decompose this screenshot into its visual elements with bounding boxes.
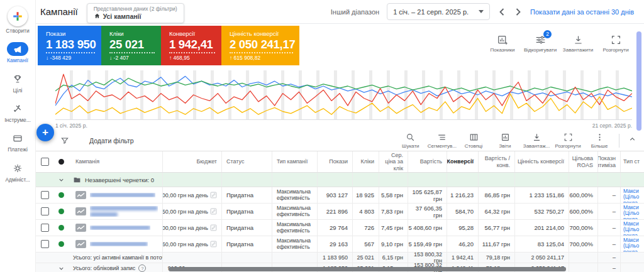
bid-strategy-link[interactable]: Макси (Цільо рекла bbox=[620, 204, 644, 219]
status-enabled-dot[interactable] bbox=[58, 225, 64, 231]
previous-period-button[interactable] bbox=[497, 7, 506, 17]
scorecard-impressions[interactable]: Покази 1 183 950 ↓ -348 429 bbox=[38, 26, 101, 65]
bid-strategy-link[interactable]: Макси (Цільо рекла bbox=[620, 187, 644, 203]
row-checkbox[interactable] bbox=[41, 240, 49, 248]
sidebar-item-tools[interactable]: Інструме... bbox=[0, 102, 35, 123]
download-button[interactable]: Завантажити bbox=[561, 35, 595, 53]
scorecard-delta: ↓ -348 429 bbox=[46, 55, 101, 61]
sidebar-item-billing[interactable]: Платежі bbox=[0, 131, 35, 153]
column-header-opt-score[interactable]: Показн оптиміза bbox=[597, 151, 620, 172]
tool-label: Стовпці bbox=[459, 143, 488, 149]
campaign-name-cell bbox=[68, 236, 162, 252]
sidebar-item-admin[interactable]: Адмініст... bbox=[0, 161, 35, 183]
toolbar-divider bbox=[619, 134, 619, 148]
horizontal-scrollbar-thumb[interactable] bbox=[169, 267, 566, 271]
row-checkbox[interactable] bbox=[41, 224, 49, 232]
row-checkbox-cell bbox=[35, 236, 54, 252]
collapse-table-button[interactable] bbox=[625, 133, 640, 143]
campaign-row: 260,00 грн на деньПридатнаМаксимальна еф… bbox=[35, 236, 644, 253]
cost-per-conv-value: 111,67 грн bbox=[478, 236, 514, 252]
column-header-cost[interactable]: Вартість bbox=[408, 151, 447, 172]
tool-label: Показники bbox=[486, 47, 519, 53]
row-checkbox[interactable] bbox=[41, 207, 49, 215]
chevron-down-icon[interactable] bbox=[58, 177, 65, 183]
sidebar-item-campaigns[interactable]: Кампанії bbox=[0, 42, 35, 63]
chevron-down-icon[interactable] bbox=[58, 265, 65, 272]
scorecard-conversion-value[interactable]: Цінність конверсії 2 050 241,17 ↑ 615 90… bbox=[221, 26, 299, 65]
add-campaign-fab[interactable]: + bbox=[36, 124, 54, 141]
column-header-clicks[interactable]: Кліки bbox=[352, 151, 379, 172]
status-enabled-dot[interactable] bbox=[58, 241, 64, 247]
budget-value: 400,00 грн на день bbox=[162, 192, 208, 199]
help-icon[interactable]: ? bbox=[138, 264, 146, 272]
edit-budget-icon[interactable] bbox=[210, 241, 217, 248]
column-header-campaign[interactable]: Кампанія bbox=[68, 151, 162, 172]
column-header-status[interactable]: Статус bbox=[221, 151, 272, 172]
campaign-name-redacted[interactable] bbox=[90, 226, 150, 230]
table-download-button[interactable]: Завантаж... bbox=[522, 133, 551, 149]
column-header-conversions-sorted[interactable]: ↓ Конверсії bbox=[447, 151, 478, 172]
scorecards: Покази 1 183 950 ↓ -348 429 Кліки 25 021… bbox=[38, 26, 299, 65]
cost-value: 5 159,49 грн bbox=[408, 236, 447, 252]
sliders-icon bbox=[523, 35, 557, 45]
date-range-selector[interactable]: 1 січ. – 21 серп. 2025 р. bbox=[387, 3, 490, 20]
vertical-scrollbar-thumb[interactable] bbox=[636, 31, 641, 131]
column-header-conv-value[interactable]: Цінність конверсії bbox=[514, 151, 569, 172]
scorecard-clicks[interactable]: Кліки 25 021 ↓ -2 407 bbox=[101, 26, 161, 65]
view-value: Усі кампанії bbox=[103, 13, 142, 20]
segment-button[interactable]: Сегментув... bbox=[428, 133, 457, 149]
performance-line-chart[interactable] bbox=[55, 70, 632, 120]
create-button[interactable] bbox=[8, 6, 28, 26]
campaign-thumbnail-icon bbox=[75, 207, 86, 215]
column-header-campaign-type[interactable]: Тип кампанії bbox=[272, 151, 317, 172]
totals-impressions: 1 183 950 bbox=[317, 253, 352, 263]
column-header-cost-per-conv[interactable]: Вартість / конв. bbox=[478, 151, 514, 172]
search-button[interactable]: Шукати bbox=[396, 133, 425, 149]
more-button[interactable]: Більше bbox=[585, 133, 614, 149]
status-filter-dot[interactable] bbox=[58, 159, 64, 165]
drafts-group-row[interactable]: Незавершені чернетки: 0 bbox=[35, 173, 644, 187]
adjust-button[interactable]: 2 Відкоригувати bbox=[523, 35, 557, 53]
add-filter-button[interactable]: Додати фільтр bbox=[89, 137, 134, 144]
budget-value: 100,00 грн на день bbox=[162, 225, 208, 231]
edit-budget-icon[interactable] bbox=[210, 192, 217, 199]
tool-label: Відкоригувати bbox=[523, 47, 557, 53]
column-header-budget[interactable]: Бюджет bbox=[162, 151, 221, 172]
show-last-30-days-link[interactable]: Показати дані за останні 30 днів bbox=[530, 8, 634, 16]
campaign-name-redacted[interactable] bbox=[90, 193, 155, 197]
edit-budget-icon[interactable] bbox=[210, 208, 217, 215]
table-expand-button[interactable]: Розгорнути bbox=[553, 133, 582, 149]
campaign-name-redacted[interactable] bbox=[90, 242, 148, 246]
status-enabled-dot[interactable] bbox=[58, 209, 64, 214]
column-header-target-roas[interactable]: Цільова ROAS bbox=[569, 151, 597, 172]
column-header-avg-cpc[interactable]: Сер. ціна за клік bbox=[379, 151, 408, 172]
status-enabled-dot[interactable] bbox=[58, 192, 64, 198]
bid-strategy-link[interactable]: Макси (Цільо рекла bbox=[620, 236, 644, 252]
expand-button[interactable]: Розгорнути bbox=[599, 35, 633, 53]
next-period-button[interactable] bbox=[514, 7, 523, 17]
campaign-name-redacted[interactable] bbox=[90, 206, 158, 217]
reports-button[interactable]: Звіти bbox=[491, 133, 519, 149]
select-all-checkbox[interactable] bbox=[41, 158, 49, 166]
scorecard-label: Цінність конверсії bbox=[230, 30, 299, 37]
target-roas-value: 700,00% bbox=[569, 220, 597, 236]
edit-budget-icon[interactable] bbox=[210, 224, 217, 231]
bid-strategy-link[interactable]: Макси (Цільо рекла bbox=[620, 220, 644, 236]
row-checkbox[interactable] bbox=[41, 191, 49, 199]
data-view-selector[interactable]: Представлення даних (2 фільтри) Усі камп… bbox=[87, 3, 184, 23]
dotted-divider bbox=[169, 52, 215, 53]
column-header-impressions[interactable]: Покази bbox=[317, 151, 352, 172]
tool-label: Більше bbox=[585, 143, 614, 149]
column-header-bid-type[interactable]: Тип ст bbox=[620, 151, 644, 172]
scorecard-conversions[interactable]: Конверсії 1 942,41 ↑ 468,95 bbox=[161, 26, 221, 65]
totals-type bbox=[272, 253, 317, 263]
filter-funnel-icon[interactable] bbox=[60, 136, 69, 145]
metrics-button[interactable]: Показники bbox=[486, 35, 519, 53]
axis-end-label: 21 серп. 2025 р. bbox=[592, 122, 632, 129]
scorecard-label: Конверсії bbox=[169, 30, 221, 37]
campaign-name-cell bbox=[68, 220, 162, 236]
sidebar-item-goals[interactable]: Цілі bbox=[0, 72, 35, 94]
opt-score-value: – bbox=[597, 236, 620, 252]
columns-button[interactable]: Стовпці bbox=[459, 133, 488, 149]
campaign-name-cell bbox=[68, 187, 162, 203]
